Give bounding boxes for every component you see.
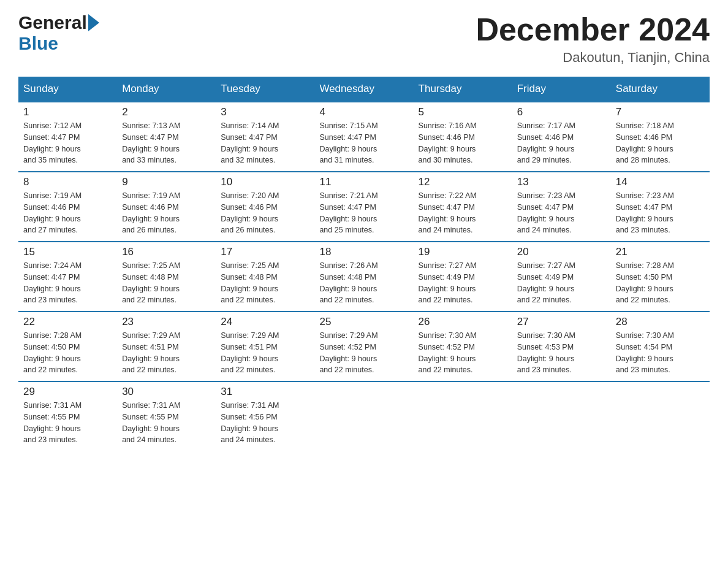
day-number: 24 [221, 316, 309, 328]
calendar-day-cell: 7 Sunrise: 7:18 AM Sunset: 4:46 PM Dayli… [611, 102, 710, 172]
day-number: 30 [122, 386, 211, 398]
day-info: Sunrise: 7:23 AM Sunset: 4:47 PM Dayligh… [517, 190, 606, 236]
page-header: General Blue December 2024 Dakoutun, Tia… [18, 12, 710, 66]
day-info: Sunrise: 7:18 AM Sunset: 4:46 PM Dayligh… [616, 120, 705, 166]
day-number: 4 [319, 106, 408, 118]
location-title: Dakoutun, Tianjin, China [476, 50, 710, 66]
day-number: 7 [616, 106, 705, 118]
calendar-day-cell [512, 381, 611, 451]
calendar-day-cell [611, 381, 710, 451]
day-number: 29 [23, 386, 112, 398]
calendar-day-cell: 6 Sunrise: 7:17 AM Sunset: 4:46 PM Dayli… [512, 102, 611, 172]
calendar-week-row: 8 Sunrise: 7:19 AM Sunset: 4:46 PM Dayli… [18, 172, 710, 242]
day-number: 13 [517, 176, 606, 188]
calendar-day-cell: 9 Sunrise: 7:19 AM Sunset: 4:46 PM Dayli… [117, 172, 216, 242]
day-number: 15 [23, 246, 112, 258]
calendar-day-cell: 2 Sunrise: 7:13 AM Sunset: 4:47 PM Dayli… [117, 102, 216, 172]
day-info: Sunrise: 7:24 AM Sunset: 4:47 PM Dayligh… [23, 260, 112, 306]
calendar-day-cell: 14 Sunrise: 7:23 AM Sunset: 4:47 PM Dayl… [611, 172, 710, 242]
calendar-day-cell: 25 Sunrise: 7:29 AM Sunset: 4:52 PM Dayl… [314, 312, 413, 381]
day-number: 10 [221, 176, 309, 188]
day-number: 17 [221, 246, 309, 258]
day-number: 18 [319, 246, 408, 258]
day-info: Sunrise: 7:27 AM Sunset: 4:49 PM Dayligh… [517, 260, 606, 306]
calendar-day-cell: 15 Sunrise: 7:24 AM Sunset: 4:47 PM Dayl… [18, 242, 117, 312]
day-number: 26 [419, 316, 507, 328]
day-of-week-header: Tuesday [216, 77, 314, 102]
day-number: 16 [122, 246, 211, 258]
logo-arrow-icon [88, 14, 99, 31]
day-info: Sunrise: 7:28 AM Sunset: 4:50 PM Dayligh… [23, 330, 112, 376]
day-info: Sunrise: 7:31 AM Sunset: 4:56 PM Dayligh… [221, 400, 309, 446]
calendar-day-cell: 29 Sunrise: 7:31 AM Sunset: 4:55 PM Dayl… [18, 381, 117, 451]
day-of-week-header: Saturday [611, 77, 710, 102]
calendar-day-cell: 22 Sunrise: 7:28 AM Sunset: 4:50 PM Dayl… [18, 312, 117, 381]
day-info: Sunrise: 7:23 AM Sunset: 4:47 PM Dayligh… [616, 190, 705, 236]
day-number: 8 [23, 176, 112, 188]
day-number: 12 [419, 176, 507, 188]
day-number: 27 [517, 316, 606, 328]
day-info: Sunrise: 7:19 AM Sunset: 4:46 PM Dayligh… [122, 190, 211, 236]
calendar-week-row: 29 Sunrise: 7:31 AM Sunset: 4:55 PM Dayl… [18, 381, 710, 451]
day-info: Sunrise: 7:27 AM Sunset: 4:49 PM Dayligh… [419, 260, 507, 306]
day-info: Sunrise: 7:30 AM Sunset: 4:54 PM Dayligh… [616, 330, 705, 376]
day-info: Sunrise: 7:28 AM Sunset: 4:50 PM Dayligh… [616, 260, 705, 306]
day-number: 3 [221, 106, 309, 118]
calendar-day-cell [314, 381, 413, 451]
calendar-day-cell: 18 Sunrise: 7:26 AM Sunset: 4:48 PM Dayl… [314, 242, 413, 312]
calendar-day-cell: 23 Sunrise: 7:29 AM Sunset: 4:51 PM Dayl… [117, 312, 216, 381]
day-number: 2 [122, 106, 211, 118]
day-number: 31 [221, 386, 309, 398]
calendar-day-cell: 11 Sunrise: 7:21 AM Sunset: 4:47 PM Dayl… [314, 172, 413, 242]
day-info: Sunrise: 7:29 AM Sunset: 4:51 PM Dayligh… [221, 330, 309, 376]
logo-general-text: General [18, 12, 87, 33]
day-info: Sunrise: 7:14 AM Sunset: 4:47 PM Dayligh… [221, 120, 309, 166]
day-number: 19 [419, 246, 507, 258]
title-block: December 2024 Dakoutun, Tianjin, China [476, 12, 710, 66]
day-info: Sunrise: 7:26 AM Sunset: 4:48 PM Dayligh… [319, 260, 408, 306]
day-info: Sunrise: 7:12 AM Sunset: 4:47 PM Dayligh… [23, 120, 112, 166]
day-of-week-header: Sunday [18, 77, 117, 102]
calendar-table: SundayMondayTuesdayWednesdayThursdayFrid… [18, 77, 710, 451]
calendar-day-cell: 20 Sunrise: 7:27 AM Sunset: 4:49 PM Dayl… [512, 242, 611, 312]
day-of-week-header: Wednesday [314, 77, 413, 102]
calendar-day-cell: 17 Sunrise: 7:25 AM Sunset: 4:48 PM Dayl… [216, 242, 314, 312]
day-of-week-header: Friday [512, 77, 611, 102]
calendar-day-cell: 27 Sunrise: 7:30 AM Sunset: 4:53 PM Dayl… [512, 312, 611, 381]
month-title: December 2024 [476, 12, 710, 47]
day-info: Sunrise: 7:25 AM Sunset: 4:48 PM Dayligh… [221, 260, 309, 306]
calendar-day-cell: 31 Sunrise: 7:31 AM Sunset: 4:56 PM Dayl… [216, 381, 314, 451]
day-info: Sunrise: 7:22 AM Sunset: 4:47 PM Dayligh… [419, 190, 507, 236]
calendar-day-cell: 10 Sunrise: 7:20 AM Sunset: 4:46 PM Dayl… [216, 172, 314, 242]
calendar-day-cell: 4 Sunrise: 7:15 AM Sunset: 4:47 PM Dayli… [314, 102, 413, 172]
calendar-day-cell: 5 Sunrise: 7:16 AM Sunset: 4:46 PM Dayli… [414, 102, 512, 172]
calendar-week-row: 15 Sunrise: 7:24 AM Sunset: 4:47 PM Dayl… [18, 242, 710, 312]
day-info: Sunrise: 7:20 AM Sunset: 4:46 PM Dayligh… [221, 190, 309, 236]
day-number: 11 [319, 176, 408, 188]
day-number: 21 [616, 246, 705, 258]
calendar-header-row: SundayMondayTuesdayWednesdayThursdayFrid… [18, 77, 710, 102]
day-info: Sunrise: 7:30 AM Sunset: 4:52 PM Dayligh… [419, 330, 507, 376]
day-info: Sunrise: 7:16 AM Sunset: 4:46 PM Dayligh… [419, 120, 507, 166]
day-number: 14 [616, 176, 705, 188]
day-info: Sunrise: 7:17 AM Sunset: 4:46 PM Dayligh… [517, 120, 606, 166]
calendar-week-row: 1 Sunrise: 7:12 AM Sunset: 4:47 PM Dayli… [18, 102, 710, 172]
day-number: 20 [517, 246, 606, 258]
calendar-day-cell: 13 Sunrise: 7:23 AM Sunset: 4:47 PM Dayl… [512, 172, 611, 242]
calendar-day-cell [414, 381, 512, 451]
logo-blue-text: Blue [18, 33, 58, 54]
calendar-day-cell: 21 Sunrise: 7:28 AM Sunset: 4:50 PM Dayl… [611, 242, 710, 312]
day-number: 28 [616, 316, 705, 328]
calendar-week-row: 22 Sunrise: 7:28 AM Sunset: 4:50 PM Dayl… [18, 312, 710, 381]
day-info: Sunrise: 7:31 AM Sunset: 4:55 PM Dayligh… [23, 400, 112, 446]
day-number: 5 [419, 106, 507, 118]
logo: General Blue [18, 12, 99, 54]
day-number: 9 [122, 176, 211, 188]
calendar-day-cell: 12 Sunrise: 7:22 AM Sunset: 4:47 PM Dayl… [414, 172, 512, 242]
calendar-day-cell: 16 Sunrise: 7:25 AM Sunset: 4:48 PM Dayl… [117, 242, 216, 312]
day-info: Sunrise: 7:15 AM Sunset: 4:47 PM Dayligh… [319, 120, 408, 166]
calendar-day-cell: 19 Sunrise: 7:27 AM Sunset: 4:49 PM Dayl… [414, 242, 512, 312]
day-number: 23 [122, 316, 211, 328]
day-number: 22 [23, 316, 112, 328]
calendar-day-cell: 26 Sunrise: 7:30 AM Sunset: 4:52 PM Dayl… [414, 312, 512, 381]
